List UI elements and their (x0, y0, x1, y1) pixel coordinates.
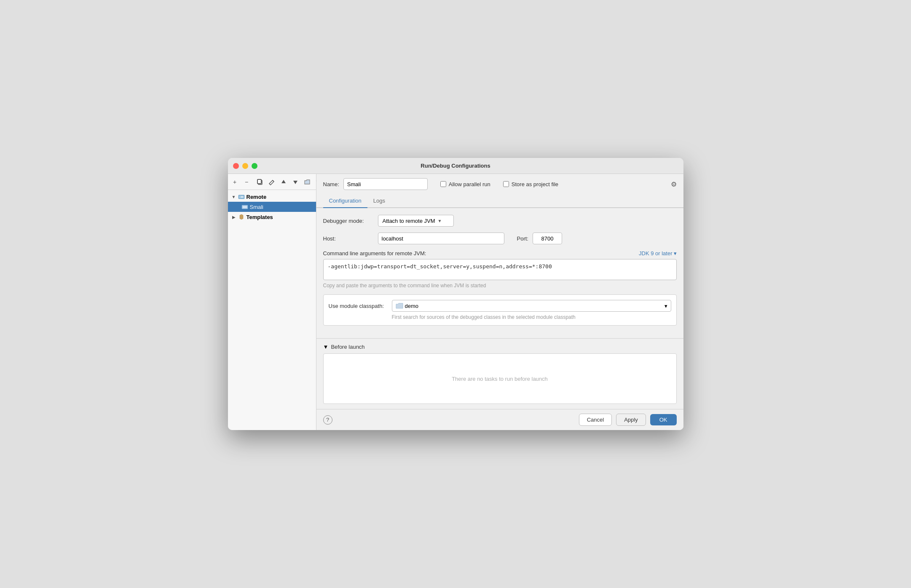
sidebar: + − (228, 174, 316, 430)
add-icon: + (233, 179, 236, 185)
allow-parallel-checkbox[interactable] (440, 181, 446, 187)
before-launch-area: There are no tasks to run before launch (323, 353, 677, 404)
sidebar-item-remote[interactable]: ▼ Remote (228, 192, 316, 202)
remove-button[interactable]: − (243, 178, 253, 186)
cmdline-hint: Copy and paste the arguments to the comm… (323, 283, 677, 289)
allow-parallel-label: Allow parallel run (449, 181, 490, 187)
cmdline-value: -agentlib:jdwp=transport=dt_socket,serve… (328, 263, 552, 270)
sidebar-item-templates[interactable]: ▶ Templates (228, 212, 316, 222)
cmdline-box: -agentlib:jdwp=transport=dt_socket,serve… (323, 259, 677, 280)
bottom-bar: ? Cancel Apply OK (316, 409, 683, 430)
gear-button[interactable]: ⚙ (671, 180, 677, 188)
before-launch-chevron-icon: ▼ (323, 344, 329, 350)
module-hint: First search for sources of the debugged… (329, 314, 671, 320)
jdk-link[interactable]: JDK 9 or later ▾ (639, 250, 676, 257)
minus-icon: − (245, 179, 248, 185)
cmdline-header: Command line arguments for remote JVM: J… (323, 250, 677, 257)
port-input[interactable] (533, 233, 562, 244)
main-content: + − (228, 174, 683, 430)
window-controls (233, 163, 257, 169)
module-row: Use module classpath: demo ▾ (329, 300, 671, 312)
host-input[interactable] (378, 233, 504, 244)
name-label: Name: (323, 181, 339, 187)
tree-area: ▼ Remote (228, 190, 316, 430)
before-launch-label: Before launch (331, 344, 364, 350)
smali-icon (241, 203, 248, 210)
store-as-project-label: Store as project file (512, 181, 558, 187)
cmdline-section: Command line arguments for remote JVM: J… (323, 250, 677, 289)
apply-button[interactable]: Apply (616, 414, 646, 426)
right-panel: Name: Allow parallel run Store as projec… (316, 174, 683, 430)
host-label: Host: (323, 235, 374, 242)
before-launch-section: ▼ Before launch There are no tasks to ru… (316, 338, 683, 409)
debugger-mode-value: Attach to remote JVM (383, 218, 435, 224)
module-value: demo (396, 303, 419, 309)
name-bar: Name: Allow parallel run Store as projec… (316, 174, 683, 194)
sidebar-remote-label: Remote (247, 194, 267, 200)
cancel-button[interactable]: Cancel (579, 414, 612, 426)
sidebar-item-smali[interactable]: Smali (228, 202, 316, 212)
help-button[interactable]: ? (323, 415, 332, 425)
module-label: Use module classpath: (329, 303, 388, 309)
copy-button[interactable] (255, 178, 265, 186)
chevron-down-icon: ▼ (231, 194, 236, 199)
debugger-mode-dropdown[interactable]: Attach to remote JVM ▼ (378, 215, 454, 227)
move-down-button[interactable] (290, 178, 300, 186)
config-panel: Debugger mode: Attach to remote JVM ▼ Ho… (316, 208, 683, 338)
port-label: Port: (517, 235, 528, 242)
tab-configuration[interactable]: Configuration (323, 194, 367, 208)
svg-point-7 (240, 197, 241, 198)
tabs-bar: Configuration Logs (316, 194, 683, 208)
down-arrow-icon (293, 181, 297, 184)
move-up-button[interactable] (279, 178, 289, 186)
dropdown-arrow-icon: ▼ (438, 219, 442, 223)
ok-button[interactable]: OK (650, 414, 677, 425)
remote-icon (238, 193, 245, 200)
debugger-mode-row: Debugger mode: Attach to remote JVM ▼ (323, 215, 677, 227)
module-dropdown-arrow-icon: ▾ (664, 303, 667, 309)
module-name: demo (405, 303, 419, 309)
add-button[interactable]: + (231, 178, 241, 186)
edit-button[interactable] (267, 178, 277, 186)
up-arrow-icon (281, 180, 286, 183)
titlebar: Run/Debug Configurations (228, 158, 683, 174)
svg-rect-9 (243, 206, 247, 208)
module-section: Use module classpath: demo ▾ First searc (323, 294, 677, 326)
host-port-row: Host: Port: (323, 233, 677, 244)
help-icon: ? (326, 417, 329, 423)
module-dropdown[interactable]: demo ▾ (392, 300, 671, 312)
sidebar-smali-label: Smali (250, 204, 264, 210)
minimize-button[interactable] (242, 163, 248, 169)
maximize-button[interactable] (252, 163, 257, 169)
sidebar-templates-label: Templates (247, 214, 273, 220)
jdk-label: JDK 9 or later (639, 250, 672, 257)
before-launch-header: ▼ Before launch (323, 344, 677, 350)
debugger-mode-label: Debugger mode: (323, 218, 374, 224)
close-button[interactable] (233, 163, 239, 169)
tab-logs[interactable]: Logs (367, 194, 391, 208)
sidebar-toolbar: + − (228, 174, 316, 190)
window-title: Run/Debug Configurations (421, 163, 490, 169)
name-input[interactable] (343, 178, 428, 190)
main-window: Run/Debug Configurations + − (228, 158, 683, 430)
folder-button[interactable] (302, 178, 312, 186)
store-as-project-checkbox[interactable] (503, 181, 509, 187)
templates-icon (238, 214, 245, 220)
chevron-down-icon: ▾ (674, 250, 677, 257)
cmdline-label: Command line arguments for remote JVM: (323, 250, 426, 257)
svg-rect-1 (257, 179, 261, 184)
before-launch-empty-message: There are no tasks to run before launch (452, 376, 548, 382)
allow-parallel-group: Allow parallel run (440, 181, 490, 187)
chevron-right-icon: ▶ (231, 214, 236, 219)
store-as-project-group: Store as project file (503, 181, 558, 187)
